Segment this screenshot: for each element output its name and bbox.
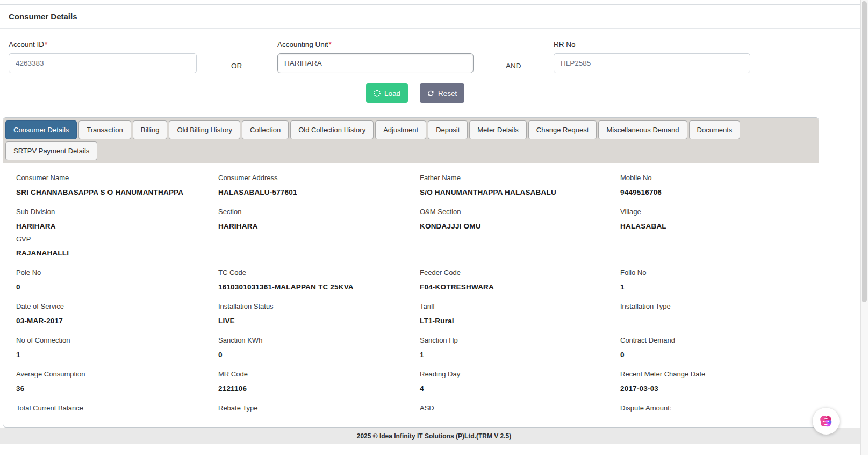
tab-srtpv-payment-details[interactable]: SRTPV Payment Details [5,141,97,160]
rr-no-field-group: RR No [554,40,750,73]
field-sanction-kwh: Sanction KWh 0 [218,329,420,360]
brain-icon [818,413,834,429]
field-sub-division: Sub Division HARIHARA GVP RAJANAHALLI [16,201,218,258]
accounting-unit-field-group: Accounting Unit* [277,40,474,73]
accounting-unit-label: Accounting Unit* [277,40,474,48]
field-consumer-address: Consumer Address HALASABALU-577601 [218,167,420,197]
consumer-details-panel: Consumer Details Transaction Billing Old… [3,117,819,428]
field-sanction-hp: Sanction Hp 1 [420,329,620,360]
page-header: Consumer Details [0,5,868,29]
accounting-unit-input[interactable] [277,53,474,73]
field-folio-no: Folio No 1 [620,261,819,292]
field-pole-no: Pole No 0 [16,261,218,292]
scrollbar-thumb[interactable] [862,1,867,302]
tab-meter-details[interactable]: Meter Details [469,120,527,139]
consumer-details-grid: Consumer Name SRI CHANNABASAPPA S O HANU… [3,163,819,428]
field-asd: ASD [420,397,620,428]
field-recent-meter-change-date: Recent Meter Change Date 2017-03-03 [620,363,819,394]
tab-documents[interactable]: Documents [689,120,741,139]
field-mr-code: MR Code 2121106 [218,363,420,394]
tab-collection[interactable]: Collection [242,120,289,139]
tab-billing[interactable]: Billing [133,120,168,139]
field-om-section: O&M Section KONDAJJJI OMU [420,201,620,258]
field-tariff: Tariff LT1-Rural [420,295,620,326]
account-id-field-group: Account ID* [9,40,197,73]
chatbot-launcher-button[interactable] [813,408,840,435]
load-button[interactable]: Load [366,83,408,103]
field-average-consumption: Average Consumption 36 [16,363,218,394]
form-buttons: Load Reset [366,83,464,103]
vertical-scrollbar[interactable] [860,0,868,455]
field-gvp-label: GVP [16,231,218,249]
refresh-icon [427,90,434,97]
rr-no-label: RR No [554,40,750,48]
tab-deposit[interactable]: Deposit [428,120,468,139]
or-label: OR [231,62,242,70]
field-feeder-code: Feeder Code F04-KOTRESHWARA [420,261,620,292]
field-tc-code: TC Code 1610301031361-MALAPPAN TC 25KVA [218,261,420,292]
tab-old-billing-history[interactable]: Old Billing History [169,120,240,139]
top-divider [0,0,868,5]
field-gvp-value: RAJANAHALLI [16,249,218,258]
reset-button[interactable]: Reset [420,83,464,103]
field-dispute-amount: Dispute Amount: [620,397,819,428]
account-id-input[interactable] [9,53,197,73]
field-total-current-balance: Total Current Balance [16,397,218,428]
field-date-of-service: Date of Service 03-MAR-2017 [16,295,218,326]
field-reading-day: Reading Day 4 [420,363,620,394]
field-rebate-type: Rebate Type [218,397,420,428]
tab-consumer-details[interactable]: Consumer Details [5,120,77,139]
and-label: AND [506,62,521,70]
required-asterisk: * [329,40,332,48]
field-consumer-name: Consumer Name SRI CHANNABASAPPA S O HANU… [16,167,218,197]
field-father-name: Father Name S/O HANUMANTHAPPA HALASABALU [420,167,620,197]
required-asterisk: * [45,40,47,48]
footer-copyright: 2025 © Idea Infinity IT Solutions (P)Ltd… [357,432,512,440]
page-title: Consumer Details [9,12,859,21]
account-id-label: Account ID* [9,40,197,48]
spinner-icon [374,90,381,97]
footer: 2025 © Idea Infinity IT Solutions (P)Ltd… [0,428,868,444]
field-installation-status: Installation Status LIVE [218,295,420,326]
tab-strip: Consumer Details Transaction Billing Old… [3,118,819,163]
field-village: Village HALASABAL [620,201,819,258]
tab-transaction[interactable]: Transaction [78,120,131,139]
field-contract-demand: Contract Demand 0 [620,329,819,360]
field-no-of-connection: No of Connection 1 [16,329,218,360]
field-installation-type: Installation Type [620,295,819,326]
tab-adjustment[interactable]: Adjustment [375,120,426,139]
tab-old-collection-history[interactable]: Old Collection History [290,120,374,139]
rr-no-input[interactable] [554,53,750,73]
tab-miscellaneous-demand[interactable]: Miscellaneous Demand [598,120,687,139]
field-section: Section HARIHARA [218,201,420,258]
consumer-search-form: Account ID* OR Accounting Unit* AND RR N… [0,29,868,109]
tab-change-request[interactable]: Change Request [528,120,597,139]
field-mobile-no: Mobile No 9449516706 [620,167,819,197]
